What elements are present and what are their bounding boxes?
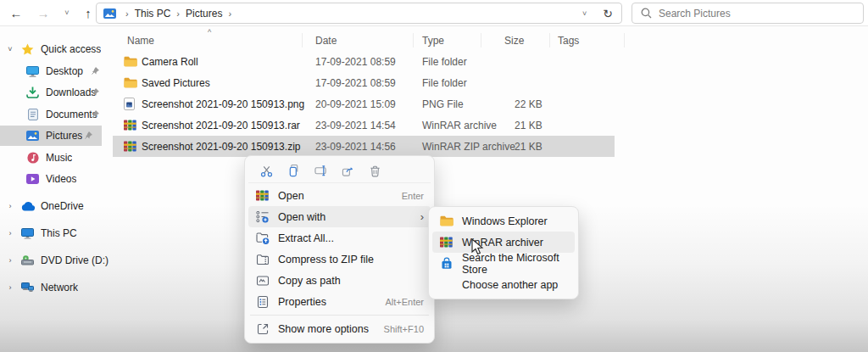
menu-item-copy-as-path[interactable]: Copy as path [248,270,431,291]
sidebar-item-label: Music [46,152,72,164]
recent-locations-chevron[interactable]: ˅ [57,3,77,23]
menu-item-shortcut: Enter [402,191,424,201]
forward-button[interactable]: → [33,3,53,23]
file-row-saved-pictures[interactable]: Saved Pictures 17-09-2021 08:59 File fol… [113,72,615,93]
chevron-right-icon[interactable]: › [5,202,15,210]
address-dropdown-chevron[interactable]: ˅ [575,9,594,18]
file-row-screenshot-zip[interactable]: Screenshot 2021-09-20 150913.zip 23-09-2… [113,136,615,157]
submenu-item-windows-explorer[interactable]: Windows Explorer [432,210,575,232]
navigation-pane: ˅ Quick access Desktop Downloads [0,27,110,352]
file-size: 21 KB [515,120,542,131]
menu-item-open[interactable]: Open Enter [248,185,431,206]
breadcrumb-separator[interactable]: › [228,8,231,19]
copy-path-icon [255,274,270,288]
column-divider[interactable] [302,33,303,47]
winrar-icon [439,237,453,248]
file-row-camera-roll[interactable]: Camera Roll 17-09-2021 08:59 File folder [113,51,615,72]
pin-icon [91,87,100,97]
sidebar-item-network[interactable]: › Network [0,277,108,298]
share-icon[interactable] [338,161,358,181]
column-divider[interactable] [413,33,414,47]
sidebar-item-music[interactable]: Music [0,148,108,168]
delete-icon[interactable] [365,161,385,181]
winrar-icon [124,119,138,132]
menu-item-extract-all[interactable]: Extract All... [248,227,431,249]
copy-icon[interactable] [284,161,303,181]
downloads-icon [25,86,40,100]
column-header-size[interactable]: Size [504,35,524,47]
context-menu: Open Enter Open with › Extract All... Co… [244,155,435,344]
sidebar-item-this-pc[interactable]: › This PC [0,223,108,243]
sidebar-item-videos[interactable]: Videos [0,169,108,189]
pin-icon [91,66,100,75]
file-date: 17-09-2021 08:59 [315,56,396,68]
sidebar-item-label: DVD Drive (D:) CCCO [41,254,108,266]
music-icon [25,151,40,165]
sidebar-item-onedrive[interactable]: › OneDrive [0,196,108,216]
column-divider[interactable] [481,33,481,47]
file-date: 23-09-2021 14:56 [315,141,396,153]
breadcrumb-this-pc[interactable]: This PC [135,8,171,20]
submenu-item-choose-another-app[interactable]: Choose another app [432,274,575,295]
menu-item-shortcut: Alt+Enter [385,297,424,307]
file-name: Screenshot 2021-09-20 150913.png [142,98,304,110]
sidebar-item-desktop[interactable]: Desktop [0,61,108,81]
dvd-drive-icon [20,254,35,268]
chevron-right-icon[interactable]: › [5,256,15,265]
chevron-down-icon[interactable]: ˅ [5,45,15,53]
menu-item-label: Open [278,190,304,202]
submenu-item-winrar-archiver[interactable]: WinRAR archiver [432,232,575,253]
sidebar-item-label: Desktop [46,65,83,77]
file-list: ^ Name Date Type Size Tags Camera Roll 1… [113,31,621,51]
column-header-tags[interactable]: Tags [558,35,579,47]
this-pc-icon [20,226,35,241]
extract-all-icon [255,232,270,245]
folder-icon [439,215,453,226]
sidebar-item-label: Downloads [46,87,96,98]
desktop-icon [25,64,40,79]
pin-icon [84,131,93,140]
sidebar-item-downloads[interactable]: Downloads [0,82,108,103]
sidebar-item-quick-access[interactable]: ˅ Quick access [0,39,108,59]
column-divider[interactable] [549,33,550,47]
file-date: 17-09-2021 08:59 [315,77,396,89]
refresh-icon[interactable]: ↻ [594,7,621,20]
breadcrumb-separator[interactable]: › [176,8,180,19]
column-header-type[interactable]: Type [422,35,444,47]
column-header-name[interactable]: Name [127,35,154,47]
sidebar-item-documents[interactable]: Documents [0,104,108,125]
search-box[interactable] [632,3,864,24]
back-button[interactable]: ← [6,3,26,23]
chevron-right-icon[interactable]: › [5,283,15,292]
menu-item-properties[interactable]: Properties Alt+Enter [248,291,431,312]
menu-item-open-with[interactable]: Open with › [248,206,431,227]
submenu-item-search-microsoft-store[interactable]: Search the Microsoft Store [432,253,575,274]
address-bar[interactable]: › This PC › Pictures › ˅ ↻ [96,3,622,24]
rename-icon[interactable] [311,161,331,181]
sidebar-item-pictures[interactable]: Pictures [0,126,102,146]
videos-icon [25,172,40,187]
file-name: Screenshot 2021-09-20 150913.rar [142,120,300,131]
file-row-screenshot-rar[interactable]: Screenshot 2021-09-20 150913.rar 23-09-2… [113,115,615,136]
menu-item-compress-to-zip[interactable]: Compress to ZIP file [248,249,431,270]
cut-icon[interactable] [257,161,276,181]
network-icon [20,281,35,295]
sidebar-item-dvd-drive[interactable]: › DVD Drive (D:) CCCO [0,250,108,271]
search-input[interactable] [659,8,863,20]
file-type: WinRAR ZIP archive [422,141,515,153]
column-divider[interactable] [624,33,625,47]
menu-item-show-more-options[interactable]: Show more options Shift+F10 [248,318,431,339]
column-header-date[interactable]: Date [315,35,337,47]
file-type: File folder [422,77,467,89]
file-type: PNG File [422,98,464,110]
column-headers: ^ Name Date Type Size Tags [113,31,621,51]
microsoft-store-icon [439,257,453,271]
sidebar-item-label: This PC [41,227,77,239]
submenu-item-label: Choose another app [462,279,558,291]
breadcrumb-pictures[interactable]: Pictures [186,8,222,20]
file-explorer-window: ← → ˅ ↑ › This PC › Pictures › ˅ ↻ [0,0,868,352]
menu-separator [250,315,429,316]
sidebar-item-label: Quick access [41,43,101,55]
file-row-screenshot-png[interactable]: Screenshot 2021-09-20 150913.png 20-09-2… [113,93,615,115]
chevron-right-icon[interactable]: › [5,229,15,237]
